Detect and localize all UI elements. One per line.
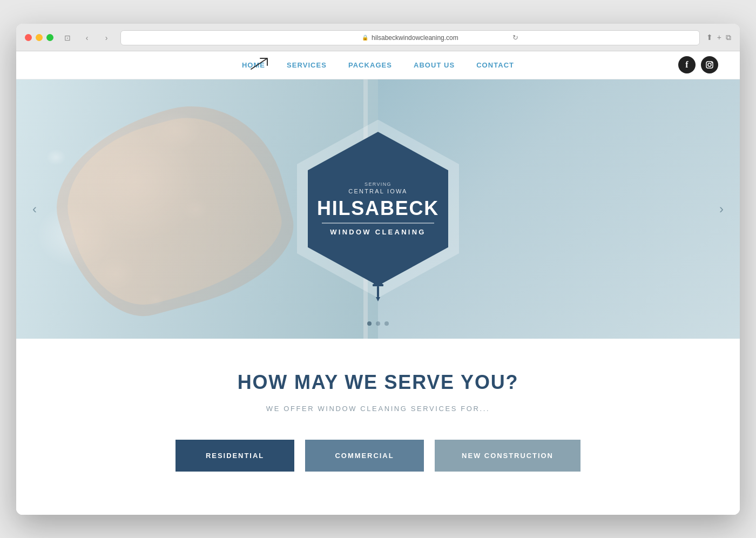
nav-link-about[interactable]: ABOUT US: [414, 61, 455, 69]
services-subheading: WE OFFER WINDOW CLEANING SERVICES FOR...: [38, 405, 718, 413]
back-button[interactable]: ‹: [79, 32, 94, 44]
browser-chrome: ⊡ ‹ › 🔒 hilsabeckwindowcleaning.com ↻ ⬆ …: [16, 24, 740, 51]
browser-window: ⊡ ‹ › 🔒 hilsabeckwindowcleaning.com ↻ ⬆ …: [16, 24, 740, 515]
svg-rect-4: [373, 284, 383, 286]
slider-dot-2[interactable]: [376, 321, 380, 326]
new-construction-button[interactable]: NEW CONSTRUCTION: [435, 440, 580, 472]
forward-button[interactable]: ›: [99, 32, 114, 44]
hex-container: SERVING CENTRAL IOWA HILSABECK WINDOW CL…: [302, 128, 454, 290]
website-content: HOME SERVICES PACKAGES ABOUT US CONTACT …: [16, 51, 740, 515]
url-text: hilsabeckwindowcleaning.com: [372, 34, 458, 42]
squeegee-icon: [369, 281, 387, 306]
service-buttons: RESIDENTIAL COMMERCIAL NEW CONSTRUCTION: [38, 440, 718, 472]
slider-arrow-right[interactable]: ›: [714, 196, 729, 222]
svg-point-2: [711, 62, 712, 63]
slider-dot-1[interactable]: [367, 321, 372, 326]
share-button[interactable]: ⬆: [706, 33, 713, 42]
hero-section: SERVING CENTRAL IOWA HILSABECK WINDOW CL…: [16, 79, 740, 339]
tab-overview-button[interactable]: ⧉: [726, 33, 731, 42]
hex-background: SERVING CENTRAL IOWA HILSABECK WINDOW CL…: [308, 132, 448, 286]
svg-point-1: [708, 63, 711, 66]
svg-rect-5: [377, 286, 379, 297]
hero-logo: SERVING CENTRAL IOWA HILSABECK WINDOW CL…: [302, 128, 454, 290]
serving-label: SERVING: [364, 181, 392, 187]
lock-icon: 🔒: [362, 35, 368, 41]
hero-background: SERVING CENTRAL IOWA HILSABECK WINDOW CL…: [16, 79, 740, 339]
fullscreen-button[interactable]: [46, 34, 53, 41]
social-links: f: [678, 56, 718, 73]
services-heading: HOW MAY WE SERVE YOU?: [38, 371, 718, 394]
close-button[interactable]: [25, 34, 32, 41]
reload-icon[interactable]: ↻: [512, 33, 518, 42]
browser-actions: ⬆ + ⧉: [706, 33, 731, 42]
services-section: HOW MAY WE SERVE YOU? WE OFFER WINDOW CL…: [16, 339, 740, 515]
nav-link-packages[interactable]: PACKAGES: [348, 61, 392, 69]
nav-link-services[interactable]: SERVICES: [287, 61, 327, 69]
hex-shape: SERVING CENTRAL IOWA HILSABECK WINDOW CL…: [308, 132, 448, 286]
sidebar-toggle-button[interactable]: ⊡: [60, 32, 75, 44]
region-label: CENTRAL IOWA: [348, 188, 407, 194]
svg-rect-3: [374, 281, 382, 284]
company-tagline: WINDOW CLEANING: [330, 228, 426, 236]
minimize-button[interactable]: [36, 34, 43, 41]
slider-arrow-left[interactable]: ‹: [27, 196, 42, 222]
site-logo[interactable]: [248, 56, 270, 74]
traffic-lights: [25, 34, 53, 41]
residential-button[interactable]: RESIDENTIAL: [176, 440, 294, 472]
browser-controls: ⊡ ‹ ›: [60, 32, 114, 44]
navigation: HOME SERVICES PACKAGES ABOUT US CONTACT …: [16, 51, 740, 79]
facebook-icon[interactable]: f: [678, 56, 696, 73]
address-bar[interactable]: 🔒 hilsabeckwindowcleaning.com ↻: [120, 30, 700, 45]
instagram-icon[interactable]: [701, 56, 718, 73]
commercial-button[interactable]: COMMERCIAL: [305, 440, 424, 472]
nav-link-contact[interactable]: CONTACT: [476, 61, 514, 69]
company-name: HILSABECK: [317, 199, 439, 218]
hex-divider: [322, 223, 434, 224]
new-tab-button[interactable]: +: [717, 33, 721, 42]
nav-links: HOME SERVICES PACKAGES ABOUT US CONTACT: [242, 61, 514, 69]
slider-dot-3[interactable]: [384, 321, 389, 326]
slider-dots: [367, 321, 389, 326]
